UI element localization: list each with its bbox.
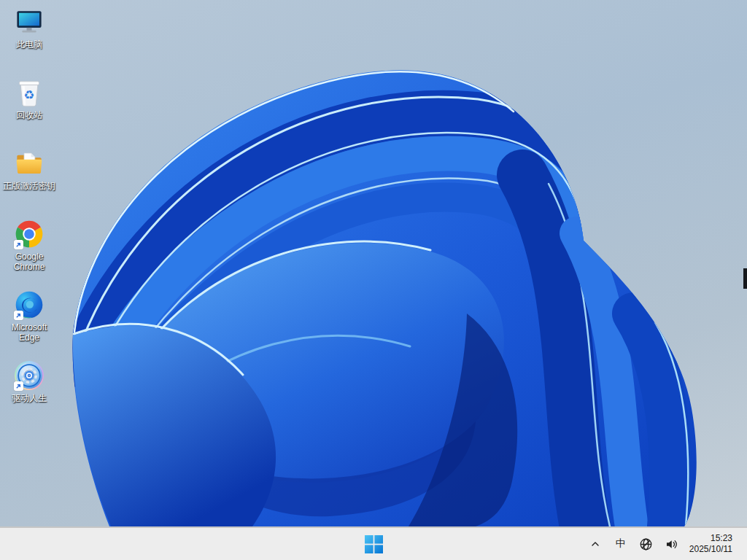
taskbar: 中 15 xyxy=(0,526,747,560)
shortcut-arrow-icon xyxy=(14,381,23,391)
desktop-icon-google-chrome[interactable]: Google Chrome xyxy=(0,218,58,289)
desktop-icon-label: 驱动人生 xyxy=(12,393,47,403)
ime-label: 中 xyxy=(616,537,626,551)
windows-logo-icon xyxy=(365,535,383,553)
driver-life-icon xyxy=(13,359,45,392)
folder-icon xyxy=(13,147,45,179)
desktop-icon-recycle-bin[interactable]: ♻ 回收站 xyxy=(0,77,58,147)
desktop: 此电脑 ♻ 回收站 xyxy=(0,0,747,560)
clock[interactable]: 15:23 2025/10/11 xyxy=(689,531,732,557)
start-button[interactable] xyxy=(359,529,388,559)
desktop-icon-label: 此电脑 xyxy=(16,39,42,50)
shortcut-arrow-icon xyxy=(14,240,23,249)
desktop-icon-driver-life[interactable]: 驱动人生 xyxy=(0,359,58,430)
tray-date: 2025/10/11 xyxy=(689,544,732,555)
ime-indicator[interactable]: 中 xyxy=(613,531,629,557)
this-pc-icon xyxy=(13,6,45,38)
desktop-icon-this-pc[interactable]: 此电脑 xyxy=(0,6,58,77)
desktop-icon-label: Google Chrome xyxy=(0,252,58,272)
chevron-up-icon xyxy=(589,538,601,550)
volume-icon xyxy=(665,537,678,551)
system-tray: 中 15 xyxy=(587,528,747,560)
volume-button[interactable] xyxy=(664,531,680,557)
desktop-icon-label: 回收站 xyxy=(16,110,42,120)
desktop-icon-label: 正版激活密钥 xyxy=(3,181,55,191)
desktop-icon-column: 此电脑 ♻ 回收站 xyxy=(0,6,58,430)
desktop-icon-activation-key-folder[interactable]: 正版激活密钥 xyxy=(0,147,58,218)
recycle-bin-icon: ♻ xyxy=(13,77,45,109)
recycle-glyph: ♻ xyxy=(24,88,35,102)
hidden-icons-button[interactable] xyxy=(587,531,603,557)
network-button[interactable] xyxy=(638,531,654,557)
tray-time: 15:23 xyxy=(711,533,732,544)
edge-icon xyxy=(13,289,45,321)
shortcut-arrow-icon xyxy=(14,311,23,320)
chrome-icon xyxy=(13,218,45,250)
right-edge-artifact xyxy=(743,268,747,289)
wallpaper-bloom xyxy=(0,0,747,560)
network-no-internet-icon xyxy=(639,537,653,551)
desktop-icon-label: Microsoft Edge xyxy=(0,322,58,343)
desktop-icon-microsoft-edge[interactable]: Microsoft Edge xyxy=(0,289,58,359)
